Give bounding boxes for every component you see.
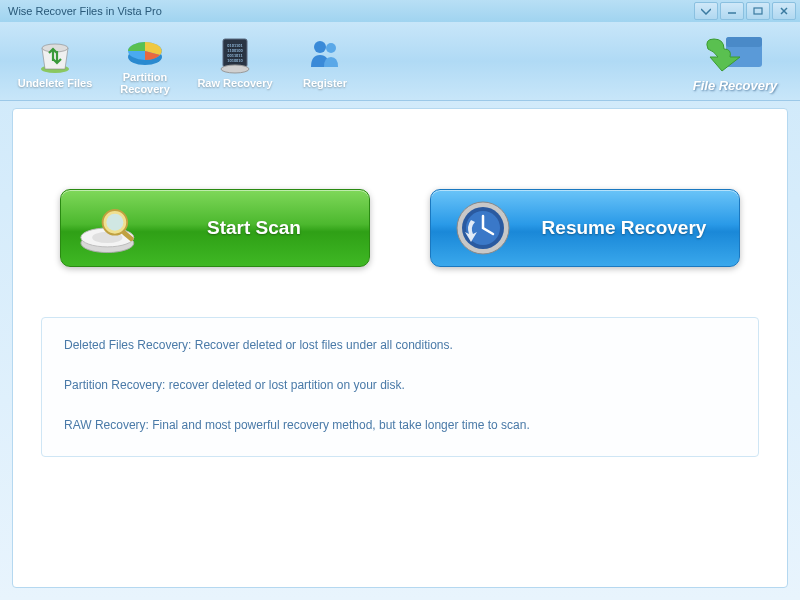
svg-text:1010010: 1010010: [227, 58, 243, 63]
svg-point-14: [314, 41, 326, 53]
toolbar: Undelete Files Partition Recovery 010110…: [0, 22, 800, 101]
svg-rect-17: [726, 37, 762, 47]
info-line: Deleted Files Recovery: Recover deleted …: [64, 336, 736, 354]
resume-recovery-button[interactable]: Resume Recovery: [430, 189, 740, 267]
svg-point-13: [221, 65, 249, 73]
settings-button[interactable]: [694, 2, 718, 20]
toolbar-label: Partition Recovery: [100, 71, 190, 95]
binary-disk-icon: 0101101 1100100 0011011 1010010: [214, 33, 256, 75]
info-box: Deleted Files Recovery: Recover deleted …: [41, 317, 759, 457]
titlebar: Wise Recover Files in Vista Pro: [0, 0, 800, 22]
toolbar-label: Register: [280, 77, 370, 89]
svg-point-15: [326, 43, 336, 53]
content-panel: Start Scan Resume Recovery Deleted Files…: [12, 108, 788, 588]
logo-label: File Recovery: [680, 78, 790, 93]
register-button[interactable]: Register: [280, 33, 370, 89]
main-buttons-row: Start Scan Resume Recovery: [13, 109, 787, 307]
toolbar-label: Undelete Files: [10, 77, 100, 89]
info-line: RAW Recovery: Final and most powerful re…: [64, 416, 736, 434]
raw-recovery-button[interactable]: 0101101 1100100 0011011 1010010 Raw Reco…: [190, 33, 280, 89]
app-window: Wise Recover Files in Vista Pro Undelete…: [0, 0, 800, 600]
recycle-bin-icon: [34, 33, 76, 75]
info-line: Partition Recovery: recover deleted or l…: [64, 376, 736, 394]
maximize-button[interactable]: [746, 2, 770, 20]
svg-rect-1: [754, 8, 762, 14]
svg-point-22: [106, 214, 123, 231]
clock-restore-icon: [449, 198, 517, 258]
resume-recovery-label: Resume Recovery: [527, 217, 721, 239]
partition-recovery-button[interactable]: Partition Recovery: [100, 27, 190, 95]
drive-search-icon: [79, 198, 147, 258]
pie-chart-icon: [124, 27, 166, 69]
window-title: Wise Recover Files in Vista Pro: [4, 5, 692, 17]
minimize-button[interactable]: [720, 2, 744, 20]
app-logo: File Recovery: [680, 29, 790, 93]
toolbar-label: Raw Recovery: [190, 77, 280, 89]
start-scan-button[interactable]: Start Scan: [60, 189, 370, 267]
users-icon: [304, 33, 346, 75]
undelete-files-button[interactable]: Undelete Files: [10, 33, 100, 89]
close-button[interactable]: [772, 2, 796, 20]
start-scan-label: Start Scan: [157, 217, 351, 239]
